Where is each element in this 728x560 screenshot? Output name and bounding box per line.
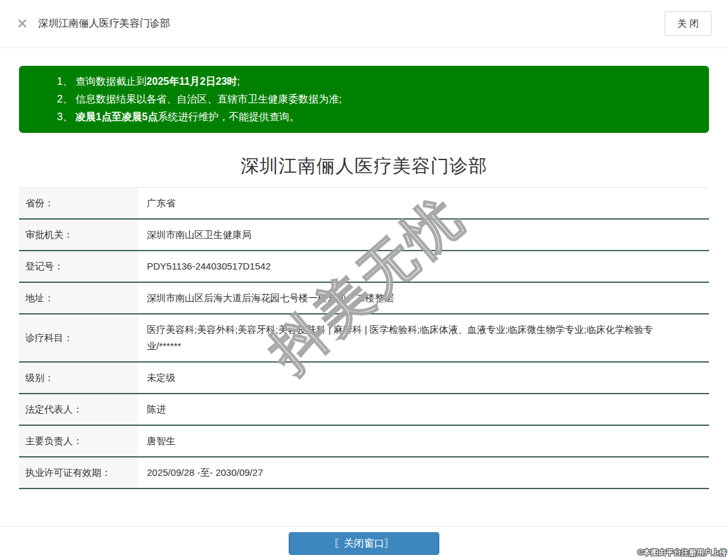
notice-line-3-text: 3、 [57,111,75,122]
row-value: PDY51136-244030517D1542 [138,251,709,282]
notice-line-1: 1、 查询数据截止到2025年11月2日23时; [57,73,696,90]
close-button[interactable]: 关 闭 [665,11,712,36]
row-value: 医疗美容科;美容外科;美容牙科;美容皮肤科 | 麻醉科 | 医学检验科;临床体液… [138,314,709,361]
table-row-approval-authority: 审批机关： 深圳市南山区卫生健康局 [19,220,709,251]
table-row-level: 级别： 未定级 [19,363,709,394]
notice-line-3-bold: 凌晨1点至凌晨5点 [75,111,158,122]
row-value-text: 唐智生 [147,433,175,449]
close-icon[interactable]: ✕ [16,17,28,31]
row-value: 陈进 [138,394,709,425]
close-window-button[interactable]: 〖关闭窗口〗 [289,532,439,555]
row-value-text: 深圳市南山区卫生健康局 [147,227,251,243]
notice-line-3: 3、 凌晨1点至凌晨5点系统进行维护，不能提供查询。 [57,108,696,126]
row-label: 法定代表人： [19,394,138,425]
row-label: 主要负责人： [19,426,138,456]
notice-line-1-text: 1、 查询数据截止到 [57,76,146,87]
row-value-text: 陈进 [147,401,166,418]
row-label: 审批机关： [19,220,138,250]
row-label: 诊疗科目： [19,314,138,361]
row-value: 2025/09/28 -至- 2030/09/27 [138,457,709,488]
row-value: 唐智生 [138,426,709,456]
table-row-treatment-subjects: 诊疗科目： 医疗美容科;美容外科;美容牙科;美容皮肤科 | 麻醉科 | 医学检验… [19,314,709,363]
bottom-bar: 〖关闭窗口〗 [0,526,728,560]
notice-line-2: 2、 信息数据结果以各省、自治区、直辖市卫生健康委数据为准; [57,90,696,108]
row-label: 级别： [19,363,138,393]
table-row-license-validity: 执业许可证有效期： 2025/09/28 -至- 2030/09/27 [19,457,709,489]
notice-line-3-suffix: 系统进行维护，不能提供查询。 [158,111,299,122]
row-value-text: PDY51136-244030517D1542 [147,258,271,275]
row-label: 登记号： [19,251,138,282]
row-value: 深圳市南山区卫生健康局 [138,220,709,250]
row-label: 省份： [19,188,138,218]
row-value-text: 深圳市南山区后海大道后海花园七号楼一楼东面、二楼整层 [147,290,394,306]
table-row-legal-representative: 法定代表人： 陈进 [19,394,709,426]
row-value: 广东省 [138,188,709,218]
notice-box: 1、 查询数据截止到2025年11月2日23时; 2、 信息数据结果以各省、自治… [19,66,709,133]
table-row-province: 省份： 广东省 [19,188,709,220]
page-header-title: 深圳江南俪人医疗美容门诊部 [38,17,664,30]
table-row-registration-number: 登记号： PDY51136-244030517D1542 [19,251,709,283]
row-value-text: 广东省 [147,195,175,211]
row-value-text: 医疗美容科;美容外科;美容牙科;美容皮肤科 | 麻醉科 | 医学检验科;临床体液… [147,321,684,354]
notice-line-2-text: 2、 信息数据结果以各省、自治区、直辖市卫生健康委数据为准; [57,94,342,104]
table-row-main-person-in-charge: 主要负责人： 唐智生 [19,426,709,457]
row-value-text: 2025/09/28 -至- 2030/09/27 [147,464,263,481]
modal-header: ✕ 深圳江南俪人医疗美容门诊部 关 闭 [0,0,728,48]
info-table: 省份： 广东省 审批机关： 深圳市南山区卫生健康局 登记号： PDY51136-… [19,187,709,489]
notice-line-1-suffix: ; [237,76,240,87]
row-label: 地址： [19,283,138,313]
row-value: 未定级 [138,363,709,393]
upload-credit: ©本图由平台注册用户上传 [637,547,727,558]
table-row-address: 地址： 深圳市南山区后海大道后海花园七号楼一楼东面、二楼整层 [19,283,709,314]
row-label: 执业许可证有效期： [19,457,138,488]
page-title: 深圳江南俪人医疗美容门诊部 [0,154,728,179]
row-value: 深圳市南山区后海大道后海花园七号楼一楼东面、二楼整层 [138,283,709,313]
row-value-text: 未定级 [147,370,175,386]
notice-line-1-bold: 2025年11月2日23时 [146,76,237,87]
